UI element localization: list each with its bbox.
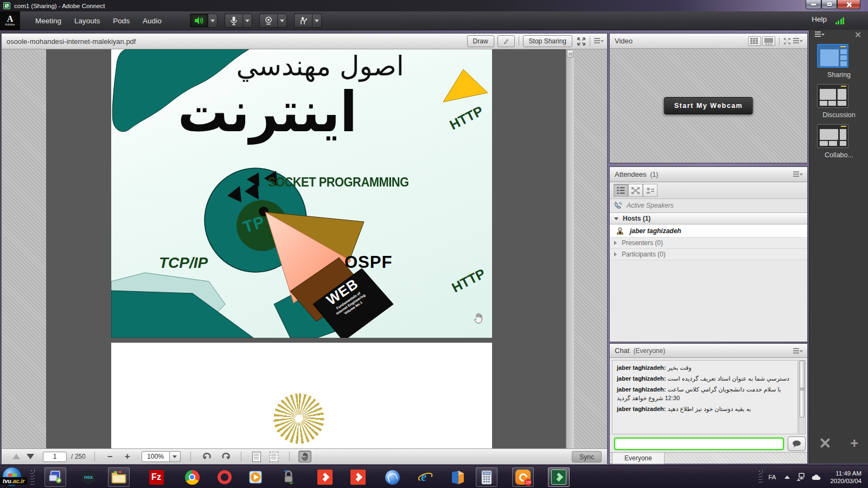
opera-icon[interactable] — [216, 469, 233, 485]
document-scrollbar[interactable] — [566, 49, 574, 448]
sync-button[interactable]: Sync — [572, 451, 602, 463]
winbox-icon[interactable] — [384, 469, 400, 485]
layout-sharing-label[interactable]: Sharing — [809, 71, 868, 79]
tray-show-hidden-icon[interactable] — [784, 476, 790, 479]
nox-player-icon[interactable]: nox — [80, 469, 97, 485]
titlebar: com1 (Sharing) - Adobe Connect — [0, 0, 868, 11]
chrome-icon[interactable] — [184, 469, 200, 485]
draw-button[interactable]: Draw — [467, 35, 494, 47]
layouts-menu-icon[interactable] — [815, 31, 825, 38]
zoom-out-button[interactable]: – — [104, 451, 117, 462]
video-fullscreen-icon[interactable] — [783, 37, 791, 45]
next-page-button[interactable] — [23, 454, 37, 459]
group-hosts-row[interactable]: Hosts (1) — [610, 213, 807, 224]
zoom-level-value[interactable]: 100% — [142, 451, 170, 462]
chat-input[interactable] — [614, 438, 784, 450]
attendees-pod-menu-icon[interactable] — [793, 171, 803, 178]
layout-discussion-label[interactable]: Discussion — [809, 111, 868, 119]
filmstrip-view-button[interactable] — [748, 36, 761, 46]
group-presenters-row[interactable]: Presenters (0) — [610, 237, 807, 249]
collapse-triangle-icon — [614, 217, 618, 220]
raise-hand-button[interactable] — [294, 14, 312, 28]
hand-tool-button[interactable] — [298, 451, 311, 463]
breakout-view-button[interactable] — [628, 184, 643, 197]
connection-status-icon[interactable] — [835, 17, 845, 24]
video-pod-menu-icon[interactable] — [793, 38, 803, 44]
fit-width-button[interactable] — [250, 451, 263, 463]
document-scroll-thumb[interactable] — [567, 50, 573, 57]
tray-clock[interactable]: 11:49 AM 2020/03/04 — [830, 470, 861, 485]
speaker-button[interactable] — [190, 14, 208, 28]
pod-menu-icon[interactable] — [594, 38, 604, 44]
chat-message: jaber taghizadeh: دسترسي شما به عنوان اس… — [617, 375, 793, 383]
adobe-connect-green-icon[interactable] — [551, 469, 567, 485]
minimize-button[interactable] — [806, 0, 821, 9]
raise-hand-dropdown[interactable] — [312, 14, 322, 28]
filezilla-icon[interactable]: Fz — [148, 469, 164, 485]
adobe-connect-red-icon-2[interactable] — [350, 469, 366, 485]
active-speakers-row: Active Speakers — [610, 199, 807, 213]
orange-messenger-icon[interactable]: 19 — [515, 469, 531, 485]
chat-scroll-thumb[interactable] — [800, 361, 805, 418]
group-participants-row[interactable]: Participants (0) — [610, 249, 807, 260]
menu-item-pods[interactable]: Pods — [113, 17, 143, 25]
layouts-close-icon[interactable] — [855, 32, 861, 38]
menu-item-audio[interactable]: Audio — [143, 17, 175, 25]
layout-collaboration-thumbnail[interactable] — [817, 124, 848, 148]
internet-explorer-icon[interactable]: e — [417, 469, 433, 485]
menu-item-help[interactable]: Help — [812, 15, 827, 23]
slide-page-1[interactable]: اصول مهندسي اينترنت SOCKET PROGRAMMING T… — [111, 49, 492, 338]
calculator-icon[interactable] — [478, 469, 495, 485]
start-webcam-button[interactable]: Start My Webcam — [664, 97, 753, 114]
add-layout-button[interactable]: + — [850, 438, 858, 448]
layout-collaboration-label[interactable]: Collabo... — [809, 151, 868, 159]
attendee-status-view-button[interactable] — [643, 184, 658, 197]
sync-lock-icon[interactable] — [280, 469, 297, 485]
stop-sharing-button[interactable]: Stop Sharing — [523, 35, 572, 47]
webcam-dropdown[interactable] — [277, 14, 287, 28]
rotate-right-button[interactable] — [219, 451, 232, 463]
blue-cube-app-icon[interactable] — [450, 469, 466, 485]
chat-scrollbar[interactable] — [799, 360, 806, 434]
adobe-connect-red-icon[interactable] — [317, 469, 333, 485]
microphone-dropdown[interactable] — [242, 14, 252, 28]
menu-item-meeting[interactable]: Meeting — [35, 17, 74, 25]
close-button[interactable] — [837, 0, 860, 9]
page-number-input[interactable] — [43, 452, 67, 462]
host-user-icon — [616, 227, 624, 235]
tray-grip — [758, 470, 763, 484]
adobe-logo-icon: AAdobe — [0, 11, 20, 30]
tray-language[interactable]: FA — [768, 474, 776, 480]
remote-desktop-icon[interactable] — [47, 469, 63, 485]
tray-cloud-icon[interactable] — [812, 474, 821, 480]
attendees-pod-title: Attendees — [615, 170, 647, 178]
speaker-dropdown[interactable] — [208, 14, 218, 28]
zoom-dropdown-button[interactable] — [170, 451, 181, 462]
previous-page-button[interactable] — [9, 454, 23, 459]
speaker-view-button[interactable] — [762, 36, 775, 46]
slide-page-2[interactable] — [111, 343, 492, 448]
send-chat-button[interactable] — [788, 436, 806, 451]
file-explorer-icon[interactable] — [111, 469, 127, 485]
fullscreen-icon[interactable] — [577, 37, 586, 46]
zoom-in-button[interactable]: + — [121, 451, 134, 462]
chat-bubble-icon — [792, 440, 801, 447]
webcam-button[interactable] — [259, 14, 277, 28]
attendee-row-host[interactable]: jaber taghizadeh — [610, 224, 807, 237]
layout-sharing-thumbnail[interactable] — [817, 44, 848, 68]
pen-tool-button[interactable] — [497, 35, 515, 47]
fit-page-button[interactable] — [267, 451, 280, 463]
chat-tab-everyone[interactable]: Everyone — [612, 453, 665, 464]
restore-button[interactable] — [821, 0, 837, 9]
chat-text: دسترسي شما به عنوان استاد تعريف گرديده ا… — [668, 375, 789, 382]
attendee-list-view-button[interactable] — [614, 184, 628, 197]
chat-pod-menu-icon[interactable] — [793, 348, 803, 355]
media-player-icon[interactable] — [248, 469, 264, 485]
layout-tools-icon[interactable] — [819, 438, 830, 448]
microphone-button[interactable] — [225, 14, 242, 28]
video-pod-title: Video — [615, 37, 633, 45]
menu-item-layouts[interactable]: Layouts — [74, 17, 113, 25]
rotate-left-button[interactable] — [201, 451, 214, 463]
tray-network-icon[interactable] — [796, 473, 805, 481]
layout-discussion-thumbnail[interactable] — [817, 84, 848, 108]
